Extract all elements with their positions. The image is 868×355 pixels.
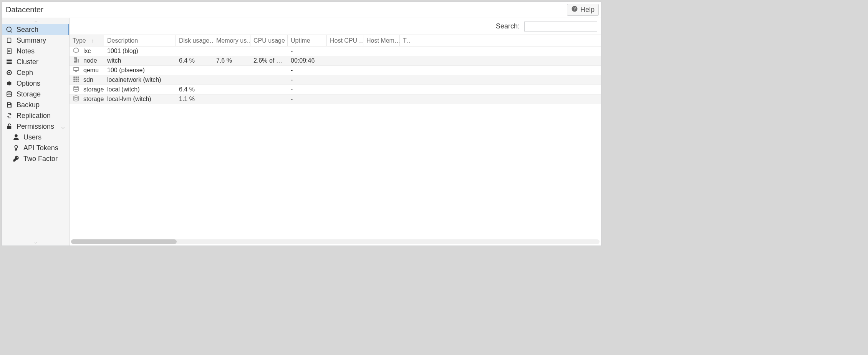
help-button[interactable]: Help — [567, 4, 599, 16]
scrollbar-thumb[interactable] — [71, 239, 177, 244]
sidebar-item-label: Permissions — [17, 123, 54, 131]
note-icon — [6, 48, 13, 55]
column-header-label: Host CPU … — [330, 37, 363, 44]
search-icon — [6, 26, 13, 33]
cell-disk: 6.4 % — [176, 86, 213, 93]
cell-description: localnetwork (witch) — [104, 76, 176, 83]
sidebar-item-replication[interactable]: Replication — [2, 110, 69, 121]
cell-memory: 7.6 % — [213, 57, 250, 64]
database-icon — [6, 91, 13, 98]
sidebar-item-api-tokens[interactable]: API Tokens — [2, 143, 69, 153]
table-row[interactable]: qemu100 (pfsense)- — [70, 66, 601, 75]
sidebar-item-label: Backup — [17, 101, 40, 109]
column-header-desc[interactable]: Description — [104, 35, 176, 46]
cell-description: local (witch) — [104, 86, 176, 93]
sidebar-item-label: Replication — [17, 112, 51, 120]
column-header-last[interactable]: T… — [400, 35, 411, 46]
sidebar-item-backup[interactable]: Backup — [2, 100, 69, 110]
grid-body: lxc1001 (blog)-nodewitch6.4 %7.6 %2.6% o… — [70, 46, 601, 239]
cell-uptime: - — [288, 76, 327, 83]
toolbar: Search: — [70, 18, 601, 35]
cell-type-label: node — [83, 57, 97, 64]
cell-uptime: - — [288, 48, 327, 55]
cell-type-label: storage — [83, 96, 104, 103]
chevron-down-icon — [61, 124, 65, 129]
horizontal-scrollbar[interactable] — [71, 239, 600, 244]
cell-type-label: storage — [83, 86, 104, 93]
column-header-label: Memory us… — [216, 37, 250, 44]
column-header-label: Host Mem… — [366, 37, 400, 44]
table-row[interactable]: storagelocal (witch)6.4 %- — [70, 85, 601, 95]
sidebar-item-label: Cluster — [17, 58, 38, 66]
sidebar-item-options[interactable]: Options — [2, 78, 69, 89]
column-header-label: Type — [73, 37, 86, 44]
sidebar-item-users[interactable]: Users — [2, 132, 69, 143]
cell-type: node — [70, 56, 104, 65]
column-header-label: T… — [403, 37, 411, 44]
sidebar-item-storage[interactable]: Storage — [2, 89, 69, 100]
cell-uptime: - — [288, 67, 327, 74]
chevron-down-icon — [32, 239, 39, 247]
cell-uptime: 00:09:46 — [288, 57, 327, 64]
sidebar-item-notes[interactable]: Notes — [2, 46, 69, 56]
column-header-uptime[interactable]: Uptime — [288, 35, 327, 46]
search-label: Search: — [496, 22, 520, 30]
sidebar-item-label: Options — [17, 80, 40, 88]
cell-disk: 6.4 % — [176, 57, 213, 64]
column-header-hostmem[interactable]: Host Mem… — [363, 35, 400, 46]
cell-description: 100 (pfsense) — [104, 67, 176, 74]
sidebar: SearchSummaryNotesClusterCephOptionsStor… — [2, 18, 70, 246]
column-header-label: Description — [107, 37, 138, 44]
cell-type: qemu — [70, 66, 104, 75]
sidebar-item-two-factor[interactable]: Two Factor — [2, 153, 69, 164]
unlock-icon — [6, 123, 13, 130]
help-icon — [571, 5, 578, 14]
sidebar-item-cluster[interactable]: Cluster — [2, 56, 69, 67]
grid-header: Type↑DescriptionDisk usage…Memory us…CPU… — [70, 35, 601, 46]
column-header-disk[interactable]: Disk usage… — [176, 35, 213, 46]
sidebar-item-permissions[interactable]: Permissions — [2, 121, 69, 132]
sidebar-item-label: Two Factor — [23, 155, 58, 163]
table-row[interactable]: nodewitch6.4 %7.6 %2.6% of 4 …00:09:46 — [70, 56, 601, 66]
sidebar-scroll-up[interactable] — [2, 18, 69, 24]
cell-type-label: sdn — [83, 76, 93, 83]
column-header-hostcpu[interactable]: Host CPU … — [327, 35, 363, 46]
cell-description: local-lvm (witch) — [104, 96, 176, 103]
cell-type: storage — [70, 95, 104, 103]
cell-cpu: 2.6% of 4 … — [250, 57, 288, 64]
column-header-type[interactable]: Type↑ — [70, 35, 104, 46]
cell-uptime: - — [288, 96, 327, 103]
table-row[interactable]: storagelocal-lvm (witch)1.1 %- — [70, 95, 601, 104]
column-header-mem[interactable]: Memory us… — [213, 35, 250, 46]
main-panel: Search: Type↑DescriptionDisk usage…Memor… — [70, 18, 601, 246]
search-input[interactable] — [524, 22, 597, 32]
app-window: Datacenter Help SearchSummaryNotesCluste… — [2, 2, 601, 246]
sidebar-item-label: API Tokens — [23, 144, 58, 152]
sidebar-item-summary[interactable]: Summary — [2, 35, 69, 46]
cell-type: storage — [70, 85, 104, 94]
sort-asc-icon: ↑ — [91, 38, 94, 44]
table-row[interactable]: lxc1001 (blog)- — [70, 46, 601, 56]
page-title: Datacenter — [6, 5, 43, 14]
sidebar-scroll-down[interactable] — [2, 239, 69, 246]
column-header-cpu[interactable]: CPU usage — [250, 35, 288, 46]
sidebar-items: SearchSummaryNotesClusterCephOptionsStor… — [2, 24, 69, 239]
ceph-icon — [6, 69, 13, 76]
cell-disk: 1.1 % — [176, 96, 213, 103]
sidebar-item-label: Ceph — [17, 69, 33, 77]
sidebar-item-label: Search — [17, 26, 38, 34]
replication-icon — [6, 112, 13, 119]
sidebar-item-search[interactable]: Search — [2, 24, 69, 35]
grid-icon — [73, 76, 80, 84]
cell-type-label: qemu — [83, 67, 99, 74]
cell-type-label: lxc — [83, 48, 91, 55]
sidebar-item-label: Users — [23, 133, 41, 141]
table-row[interactable]: sdnlocalnetwork (witch)- — [70, 75, 601, 85]
sidebar-item-label: Summary — [17, 36, 46, 45]
sidebar-item-ceph[interactable]: Ceph — [2, 67, 69, 78]
column-header-label: Uptime — [291, 37, 310, 44]
book-icon — [6, 37, 13, 44]
header: Datacenter Help — [2, 2, 601, 18]
cell-type: sdn — [70, 76, 104, 84]
cell-uptime: - — [288, 86, 327, 93]
